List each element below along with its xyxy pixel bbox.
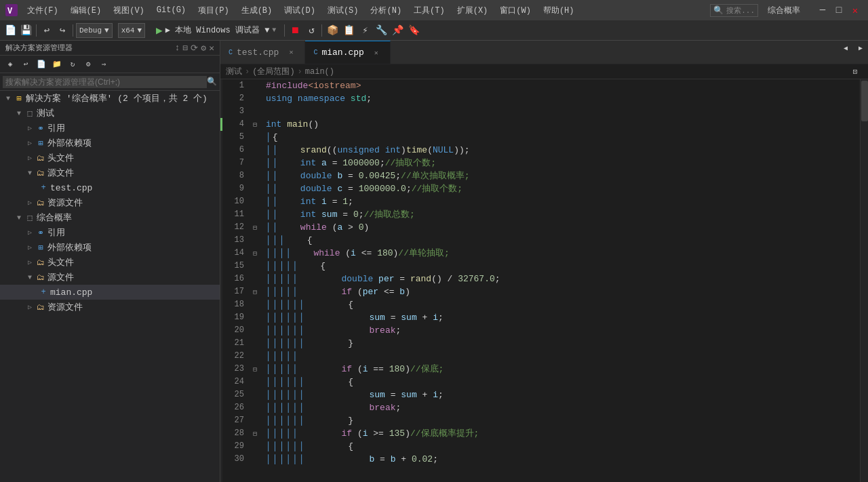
tree-combined-res[interactable]: ▷ 🗂 资源文件	[0, 300, 220, 315]
toolbar-extra3[interactable]: ⚡	[357, 23, 372, 38]
menu-view[interactable]: 视图(V)	[108, 2, 150, 19]
tab-test-cpp-close[interactable]: ✕	[285, 47, 296, 58]
menu-help[interactable]: 帮助(H)	[538, 2, 580, 19]
sidebar-close-icon[interactable]: ✕	[209, 43, 214, 54]
tab-mian-cpp-close[interactable]: ✕	[371, 47, 382, 58]
code-editor[interactable]: #include<iostream> using namespace std; …	[260, 79, 860, 482]
toolbar: 📄 💾 ↩ ↪ Debug ▼ x64 ▼ ▶ ▶ 本地 Windows 调试器…	[0, 20, 868, 41]
tab-mian-cpp[interactable]: C mian.cpp ✕	[305, 41, 390, 64]
combined-headers-arrow: ▷	[24, 258, 35, 266]
collapse-23[interactable]: ⊟	[250, 363, 260, 376]
platform-dropdown[interactable]: x64 ▼	[118, 23, 145, 38]
code-line-3	[266, 105, 803, 118]
collapse-12[interactable]: ⊟	[250, 221, 260, 234]
tab-test-cpp[interactable]: C test.cpp ✕	[220, 41, 305, 64]
sidebar-tb5[interactable]: ↻	[65, 57, 80, 72]
menu-analyze[interactable]: 分析(N)	[365, 2, 407, 19]
sidebar-refresh-icon[interactable]: ⟳	[191, 43, 198, 54]
toolbar-extra6[interactable]: 🔖	[406, 23, 421, 38]
tree-combined-ref[interactable]: ▷ ⚭ 引用	[0, 225, 220, 240]
sidebar-tb1[interactable]: ◈	[3, 57, 18, 72]
toolbar-extra5[interactable]: 📌	[390, 23, 405, 38]
sidebar-tb4[interactable]: 📁	[50, 57, 64, 72]
run-btn[interactable]: ▶ ▶ 本地 Windows 调试器 ▼ ▼	[151, 23, 281, 38]
tree-combined-headers[interactable]: ▷ 🗂 头文件	[0, 255, 220, 270]
combined-ext-arrow: ▷	[24, 243, 35, 252]
bc-func[interactable]: main()	[305, 67, 334, 77]
test-ref-label: 引用	[47, 122, 65, 134]
debug-mode-dropdown[interactable]: Debug ▼	[76, 23, 113, 38]
maximize-btn[interactable]: □	[831, 3, 846, 18]
tree-test-ext[interactable]: ▷ ⊞ 外部依赖项	[0, 136, 220, 150]
sidebar-tb7[interactable]: ⇒	[96, 57, 111, 72]
tree-test-res[interactable]: ▷ 🗂 资源文件	[0, 195, 220, 210]
menu-project[interactable]: 项目(P)	[193, 2, 235, 19]
sep1	[36, 24, 37, 37]
tree-combined-ext[interactable]: ▷ ⊞ 外部依赖项	[0, 240, 220, 255]
collapse-17[interactable]: ⊟	[250, 285, 260, 298]
undo-btn[interactable]: ↩	[39, 23, 54, 38]
solution-icon: ⊞	[14, 94, 24, 104]
sep3	[284, 24, 285, 37]
toolbar-extra1[interactable]: 📦	[325, 23, 340, 38]
tab-scroll-right[interactable]: ▶	[853, 41, 868, 56]
bc-scope[interactable]: (全局范围)	[252, 66, 294, 77]
new-file-btn[interactable]: 📄	[3, 23, 18, 38]
sidebar-tb2[interactable]: ↩	[18, 57, 33, 72]
vs-logo: V	[5, 4, 18, 16]
menu-edit[interactable]: 编辑(E)	[65, 2, 107, 19]
combined-ref-arrow: ▷	[24, 228, 35, 237]
scrollbar-thumb[interactable]	[861, 81, 868, 121]
toolbar-extra2[interactable]: 📋	[341, 23, 356, 38]
menu-file[interactable]: 文件(F)	[22, 2, 64, 19]
sidebar-collapse-icon[interactable]: ⊟	[183, 43, 189, 54]
tree-combined-proj[interactable]: ▼ ⬚ 综合概率	[0, 210, 220, 225]
sidebar-settings-icon[interactable]: ⚙	[201, 43, 206, 54]
include-kw: #include	[266, 79, 308, 92]
tree-test-cpp[interactable]: + test.cpp	[0, 180, 220, 195]
sidebar-tb6[interactable]: ⚙	[81, 57, 96, 72]
menu-build[interactable]: 生成(B)	[236, 2, 278, 19]
menu-test[interactable]: 测试(S)	[322, 2, 364, 19]
redo-btn[interactable]: ↪	[55, 23, 70, 38]
collapse-28[interactable]: ⊟	[250, 427, 260, 440]
tree-test-ref[interactable]: ▷ ⚭ 引用	[0, 121, 220, 136]
close-btn[interactable]: ✕	[848, 3, 863, 18]
test-proj-arrow: ▼	[14, 110, 24, 117]
tree-test-proj[interactable]: ▼ ⬚ 测试	[0, 106, 220, 121]
test-headers-arrow: ▷	[24, 154, 35, 162]
restart-btn[interactable]: ↺	[304, 23, 319, 38]
sidebar-header: 解决方案资源管理器 ↕ ⊟ ⟳ ⚙ ✕	[0, 41, 220, 56]
scrollbar-track[interactable]	[860, 79, 868, 482]
bc-test[interactable]: 测试	[226, 66, 242, 77]
ln-18: 18	[222, 298, 250, 311]
menu-window[interactable]: 窗口(W)	[494, 2, 536, 19]
tree-mian-cpp[interactable]: + mian.cpp	[0, 285, 220, 300]
tree-test-headers[interactable]: ▷ 🗂 头文件	[0, 150, 220, 165]
sidebar-sync-icon[interactable]: ↕	[175, 43, 180, 54]
tree-combined-sources[interactable]: ▼ 🗂 源文件	[0, 270, 220, 285]
save-all-btn[interactable]: 💾	[18, 23, 33, 38]
solution-root[interactable]: ▼ ⊞ 解决方案 '综合概率' (2 个项目，共 2 个)	[0, 91, 220, 106]
menu-tools[interactable]: 工具(T)	[408, 2, 450, 19]
code-line-12: │ │ while (a > 0)	[266, 221, 803, 234]
collapse-14[interactable]: ⊟	[250, 247, 260, 260]
collapse-4[interactable]: ⊟	[250, 118, 260, 131]
titlebar-search: 搜索...	[726, 5, 755, 16]
menu-git[interactable]: Git(G)	[151, 3, 191, 18]
code-line-22: │ │ │ │ │	[266, 350, 803, 363]
combined-headers-label: 头文件	[47, 256, 74, 268]
tab-scroll-left[interactable]: ◀	[838, 41, 853, 56]
code-line-8: │ │ double b = 0.00425;//单次抽取概率;	[266, 169, 803, 182]
sidebar-search-input[interactable]	[3, 76, 207, 88]
split-editor-btn[interactable]: ⊡	[848, 64, 863, 79]
menu-extensions[interactable]: 扩展(X)	[452, 2, 494, 19]
code-container: 1 2 3 4 5 6 7 8 9 10 11 12 13 14 15 16 1…	[220, 79, 868, 482]
tree-test-sources[interactable]: ▼ 🗂 源文件	[0, 165, 220, 180]
menu-debug[interactable]: 调试(D)	[279, 2, 321, 19]
stop-btn[interactable]: ⏹	[288, 23, 302, 38]
bc-sep2: ›	[298, 67, 302, 77]
minimize-btn[interactable]: ─	[815, 3, 830, 18]
sidebar-tb3[interactable]: 📄	[34, 57, 49, 72]
toolbar-extra4[interactable]: 🔧	[374, 23, 389, 38]
